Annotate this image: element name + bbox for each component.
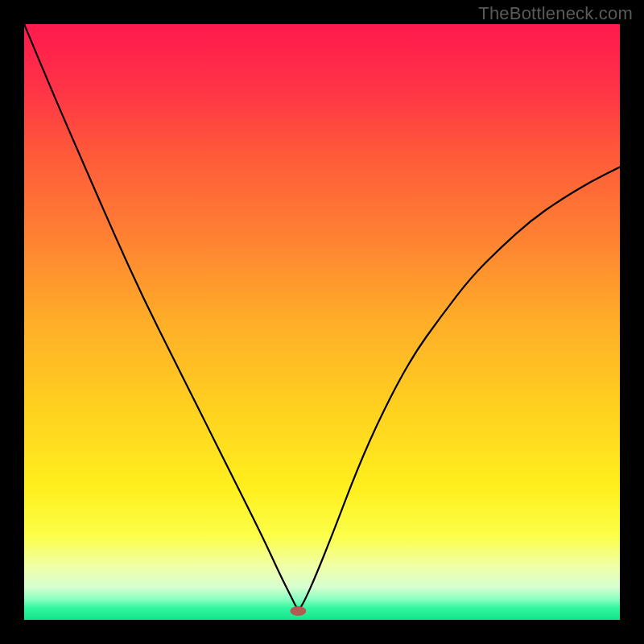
- outer-frame: TheBottleneck.com: [0, 0, 644, 644]
- minimum-marker-icon: [290, 606, 306, 616]
- bottleneck-curve: [24, 24, 620, 609]
- watermark-text: TheBottleneck.com: [478, 3, 633, 24]
- curve-overlay: [24, 24, 620, 620]
- plot-area: [24, 24, 620, 620]
